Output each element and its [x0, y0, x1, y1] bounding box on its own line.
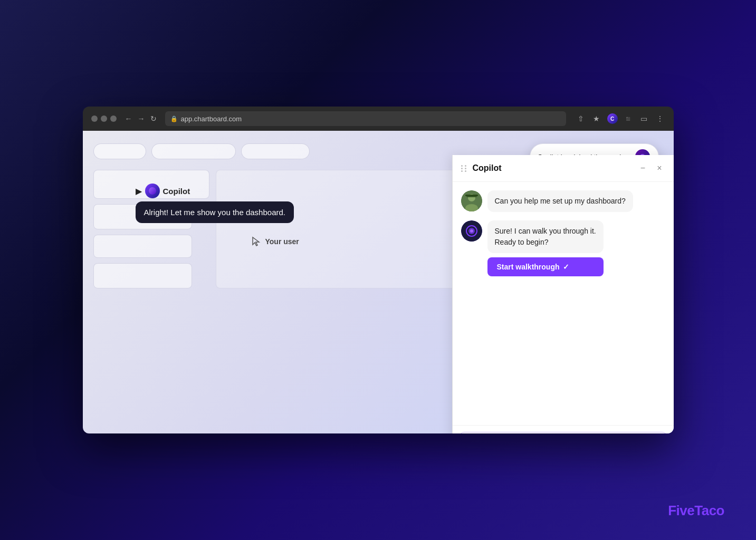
address-bar[interactable]: 🔒 app.chartboard.com	[165, 111, 566, 126]
ai-avatar-img	[461, 220, 482, 242]
browser-content: Copilot has joined the session ▶ Copilot…	[83, 131, 674, 433]
back-arrow-icon[interactable]: ←	[125, 114, 132, 123]
copilot-cursor-icon: ▶	[136, 186, 142, 196]
traffic-light-red	[91, 115, 98, 122]
menu-icon[interactable]: ⋮	[655, 114, 665, 123]
copilot-tooltip-container: ▶ Copilot Alright! Let me show you the d…	[136, 184, 294, 223]
bookmark-icon[interactable]: ★	[591, 114, 602, 123]
copilot-avatar-small	[145, 184, 160, 198]
svg-marker-0	[253, 237, 259, 246]
traffic-light-yellow	[101, 115, 107, 122]
user-cursor-icon	[252, 236, 261, 247]
share-icon[interactable]: ⇧	[576, 114, 586, 123]
minimize-button[interactable]: −	[637, 162, 648, 174]
browser-nav: ← → ↻	[125, 114, 157, 123]
chat-messages: Can you help me set up my dashboard?	[453, 182, 674, 425]
skeleton-pill-2	[151, 143, 236, 159]
svg-point-9	[470, 229, 473, 233]
chat-input-wrapper: ↻ ▶	[459, 432, 667, 433]
browser-actions: ⇧ ★ C ◾ ▭ ⋮	[576, 113, 665, 124]
url-text: app.chartboard.com	[181, 115, 242, 123]
user-avatar-img	[461, 190, 482, 211]
user-chat-bubble: Can you help me set up my dashboard?	[487, 190, 633, 212]
browser-chrome: ← → ↻ 🔒 app.chartboard.com ⇧ ★ C ◾ ▭ ⋮	[83, 107, 674, 131]
copilot-extension-icon[interactable]: C	[607, 113, 618, 124]
ai-chat-content: Sure! I can walk you through it.Ready to…	[487, 220, 604, 276]
split-view-icon[interactable]: ▭	[639, 114, 649, 123]
user-pointer-label: Your user	[265, 237, 299, 246]
user-avatar	[461, 190, 482, 211]
skeleton-rect-4	[93, 263, 192, 288]
copilot-panel: Copilot − ×	[452, 155, 674, 433]
close-button[interactable]: ×	[654, 162, 665, 174]
user-avatar-figure-icon	[461, 190, 482, 211]
chat-message-user: Can you help me set up my dashboard?	[461, 190, 665, 212]
reload-icon[interactable]: ↻	[150, 114, 157, 123]
start-walkthrough-button[interactable]: Start walkthrough ✓	[487, 257, 604, 276]
forward-arrow-icon[interactable]: →	[138, 114, 145, 123]
browser-window: ← → ↻ 🔒 app.chartboard.com ⇧ ★ C ◾ ▭ ⋮	[83, 107, 674, 433]
chat-message-ai: Sure! I can walk you through it.Ready to…	[461, 220, 665, 276]
ai-avatar-icon	[461, 220, 482, 242]
chat-input-area: ↻ ▶	[453, 425, 674, 433]
traffic-light-green	[110, 115, 117, 122]
lock-icon: 🔒	[170, 115, 178, 122]
ai-chat-bubble: Sure! I can walk you through it.Ready to…	[487, 220, 604, 253]
copilot-panel-header: Copilot − ×	[453, 155, 674, 182]
traffic-lights	[91, 115, 117, 122]
fivetaco-brand: FiveTaco	[668, 503, 724, 519]
skeleton-pill-1	[93, 143, 146, 159]
skeleton-rect-3	[93, 235, 192, 258]
speech-bubble: Alright! Let me show you the dashboard.	[136, 201, 294, 223]
ai-avatar	[461, 220, 482, 242]
panel-title: Copilot	[473, 163, 632, 173]
skeleton-pill-3	[241, 143, 310, 159]
puzzle-icon[interactable]: ◾	[623, 114, 634, 123]
copilot-name-label: Copilot	[163, 187, 190, 196]
copilot-label: ▶ Copilot	[136, 184, 190, 198]
user-pointer-container: Your user	[252, 236, 299, 247]
svg-rect-4	[465, 195, 478, 196]
drag-handle-icon[interactable]	[461, 165, 467, 172]
